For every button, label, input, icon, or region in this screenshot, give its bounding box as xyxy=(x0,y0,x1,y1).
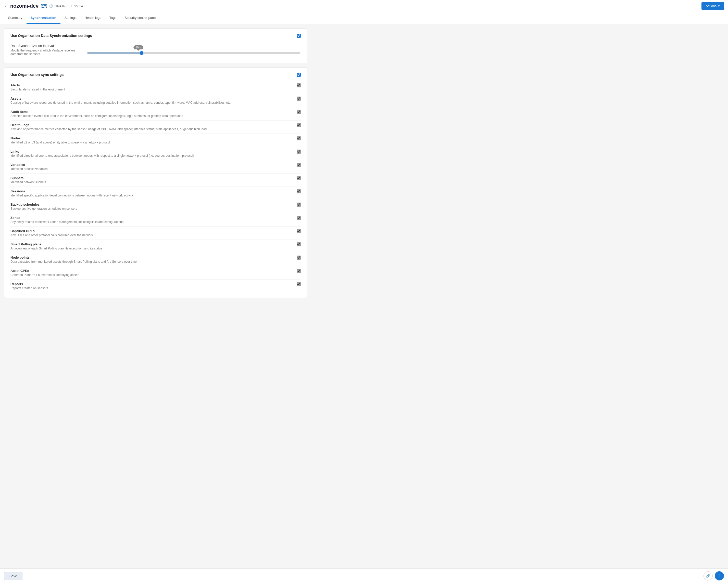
sync-item-checkbox-12[interactable] xyxy=(297,242,301,246)
sync-item-checkbox-0[interactable] xyxy=(297,83,301,87)
sync-item-text-13: Node points Data extracted from monitore… xyxy=(10,256,292,263)
list-item: Reports Reports created on sensors xyxy=(10,280,301,293)
sync-item-checkbox-8[interactable] xyxy=(297,189,301,193)
sync-item-checkbox-2[interactable] xyxy=(297,110,301,114)
tab-security-control-panel[interactable]: Security control panel xyxy=(121,12,160,24)
sync-item-checkbox-10[interactable] xyxy=(297,216,301,220)
sync-item-name-3: Health Logs xyxy=(10,123,292,127)
tab-summary[interactable]: Summary xyxy=(4,12,27,24)
sync-item-desc-0: Security alerts raised in the environmen… xyxy=(10,88,292,91)
sync-item-text-10: Zones Any entity related to network zone… xyxy=(10,216,292,224)
list-item: Zones Any entity related to network zone… xyxy=(10,213,301,226)
sync-item-name-5: Links xyxy=(10,149,292,154)
list-item: Node points Data extracted from monitore… xyxy=(10,253,301,266)
sync-item-checkbox-1[interactable] xyxy=(297,96,301,101)
sync-item-text-11: Captured URLs Any URLs and other protoco… xyxy=(10,229,292,237)
sync-item-name-6: Variables xyxy=(10,163,292,167)
actions-button[interactable]: Actions ▾ xyxy=(701,2,724,10)
sync-item-desc-6: Identified process variables xyxy=(10,167,292,171)
sync-item-name-1: Assets xyxy=(10,96,292,101)
tab-health-logs[interactable]: Health logs xyxy=(81,12,105,24)
sync-item-checkbox-9[interactable] xyxy=(297,202,301,207)
list-item: Backup schedules Backup archive generati… xyxy=(10,200,301,213)
sync-item-checkbox-4[interactable] xyxy=(297,136,301,140)
sync-item-checkbox-6[interactable] xyxy=(297,163,301,167)
org-sync-header: Use Organization sync settings xyxy=(10,73,301,77)
sync-item-text-15: Reports Reports created on sensors xyxy=(10,282,292,290)
sync-item-text-7: Subnets Identified network subnets xyxy=(10,176,292,184)
sync-item-desc-5: Identified directional one-to-one associ… xyxy=(10,154,292,158)
list-item: Subnets Identified network subnets xyxy=(10,173,301,187)
sync-item-text-1: Assets Catalog of hardware resources det… xyxy=(10,96,292,105)
timestamp-value: 2024-07-01 13:27:24 xyxy=(54,4,83,8)
sync-item-checkbox-5[interactable] xyxy=(297,149,301,154)
list-item: Alerts Security alerts raised in the env… xyxy=(10,81,301,94)
sync-item-desc-15: Reports created on sensors xyxy=(10,286,292,290)
list-item: Smart Polling plans An overview of each … xyxy=(10,240,301,253)
sync-item-text-2: Audit Items Selected audited events occu… xyxy=(10,110,292,118)
header-left: ‹ nozomi-dev 🇬🇷 🕐 2024-07-01 13:27:24 xyxy=(4,2,83,10)
slider-desc: Modify the frequency at which Vantage re… xyxy=(10,49,82,56)
sync-item-name-7: Subnets xyxy=(10,176,292,180)
slider-wrapper: 10m xyxy=(87,45,301,54)
sync-item-name-0: Alerts xyxy=(10,83,292,87)
list-item: Variables Identified process variables xyxy=(10,160,301,173)
sync-item-text-0: Alerts Security alerts raised in the env… xyxy=(10,83,292,91)
list-item: Links Identified directional one-to-one … xyxy=(10,147,301,160)
sync-item-text-12: Smart Polling plans An overview of each … xyxy=(10,242,292,250)
back-button[interactable]: ‹ xyxy=(4,2,8,10)
sync-item-desc-1: Catalog of hardware resources detected i… xyxy=(10,101,292,105)
list-item: Audit Items Selected audited events occu… xyxy=(10,107,301,120)
sync-item-text-14: Asset CPEs Common Platform Enumerations … xyxy=(10,269,292,277)
sync-item-name-15: Reports xyxy=(10,282,292,286)
sync-item-name-4: Nodes xyxy=(10,136,292,140)
clock-icon: 🕐 xyxy=(49,4,53,8)
sync-item-text-3: Health Logs Any kind of performance metr… xyxy=(10,123,292,131)
sync-item-text-6: Variables Identified process variables xyxy=(10,163,292,171)
sync-interval-checkbox[interactable] xyxy=(297,34,301,38)
list-item: Health Logs Any kind of performance metr… xyxy=(10,120,301,134)
sync-item-checkbox-15[interactable] xyxy=(297,282,301,286)
list-item: Asset CPEs Common Platform Enumerations … xyxy=(10,266,301,280)
list-item: Sessions Identified specific application… xyxy=(10,187,301,200)
list-item: Nodes Identified L2 or L3 (and above) en… xyxy=(10,134,301,147)
app-title: nozomi-dev xyxy=(10,3,38,9)
sync-interval-section: Use Organization Data Synchronization se… xyxy=(4,28,307,63)
org-sync-checkbox[interactable] xyxy=(297,73,301,77)
sync-item-checkbox-3[interactable] xyxy=(297,123,301,127)
tab-synchronization[interactable]: Synchronization xyxy=(27,12,60,24)
sync-item-checkbox-11[interactable] xyxy=(297,229,301,233)
sync-item-name-8: Sessions xyxy=(10,189,292,193)
org-sync-section: Use Organization sync settings Alerts Se… xyxy=(4,67,307,298)
main-content: Use Organization Data Synchronization se… xyxy=(0,24,311,306)
sync-item-text-5: Links Identified directional one-to-one … xyxy=(10,149,292,158)
sync-item-desc-3: Any kind of performance metrics collecte… xyxy=(10,128,292,131)
sync-item-desc-2: Selected audited events occurred in the … xyxy=(10,114,292,118)
sync-item-checkbox-14[interactable] xyxy=(297,269,301,273)
actions-label: Actions xyxy=(706,4,717,8)
sync-item-desc-13: Data extracted from monitored assets thr… xyxy=(10,260,292,263)
flag-icon: 🇬🇷 xyxy=(41,3,47,9)
sync-item-checkbox-13[interactable] xyxy=(297,256,301,260)
sync-item-checkbox-7[interactable] xyxy=(297,176,301,180)
sync-item-name-9: Backup schedules xyxy=(10,202,292,206)
slider-area: Data Synchronization Interval Modify the… xyxy=(10,42,301,58)
timestamp: 🕐 2024-07-01 13:27:24 xyxy=(49,4,83,8)
sync-interval-slider[interactable] xyxy=(87,53,301,54)
sync-item-text-4: Nodes Identified L2 or L3 (and above) en… xyxy=(10,136,292,144)
sync-item-desc-14: Common Platform Enumerations identifying… xyxy=(10,273,292,277)
sync-item-name-13: Node points xyxy=(10,256,292,259)
sync-item-desc-11: Any URLs and other protocol calls captur… xyxy=(10,233,292,237)
sync-item-desc-8: Identified specific application-level co… xyxy=(10,194,292,197)
sync-items-list: Alerts Security alerts raised in the env… xyxy=(10,81,301,293)
tab-tags[interactable]: Tags xyxy=(105,12,121,24)
sync-item-desc-4: Identified L2 or L3 (and above) entity a… xyxy=(10,141,292,144)
tab-settings[interactable]: Settings xyxy=(60,12,81,24)
sync-item-text-8: Sessions Identified specific application… xyxy=(10,189,292,197)
sync-item-text-9: Backup schedules Backup archive generati… xyxy=(10,202,292,211)
sync-item-name-12: Smart Polling plans xyxy=(10,242,292,246)
sync-item-name-14: Asset CPEs xyxy=(10,269,292,273)
slider-label: Data Synchronization Interval xyxy=(10,44,82,48)
tab-bar: Summary Synchronization Settings Health … xyxy=(0,12,728,24)
sync-item-desc-10: Any entity related to network zones mana… xyxy=(10,220,292,224)
